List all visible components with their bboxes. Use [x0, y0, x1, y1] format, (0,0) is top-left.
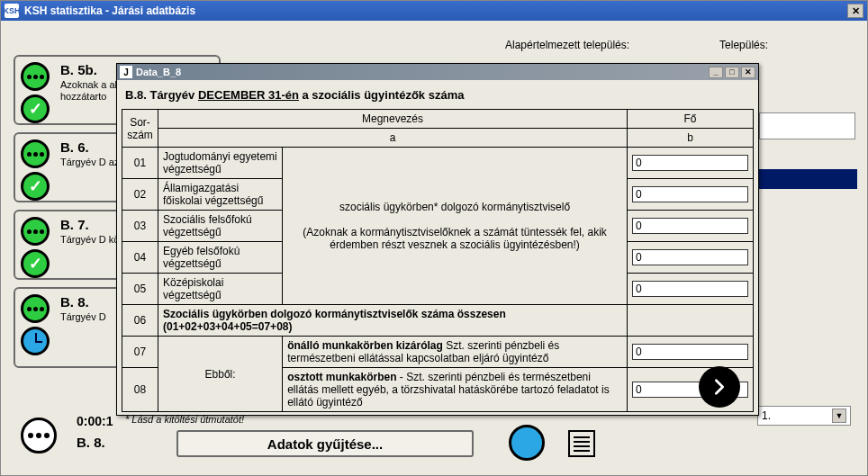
app-icon: KSH: [5, 4, 19, 18]
row-num: 03: [122, 211, 158, 242]
main-close-button[interactable]: ✕: [847, 4, 863, 18]
table-row-total: 06 Szociális ügykörben dolgozó kormányti…: [122, 305, 754, 337]
row-label-total: Szociális ügykörben dolgozó kormánytiszt…: [158, 305, 628, 337]
modal-titlebar: J Data_B_8 _ □ ✕: [117, 64, 758, 80]
row-label: Államigazgatási főiskolai végzettségű: [158, 179, 283, 211]
modal-close-button[interactable]: ✕: [741, 67, 755, 78]
status-dots-icon: [21, 139, 50, 168]
modal-heading: B.8. Tárgyév DECEMBER 31-én a szociális …: [122, 85, 754, 109]
bottom-menu-button[interactable]: [21, 418, 57, 454]
col-header-megnevezes: Megnevezés: [158, 110, 628, 129]
window-title: KSH statisztika - Járási adatbázis: [24, 4, 195, 17]
current-section-code: B. 8.: [77, 435, 105, 450]
row-num: 02: [122, 179, 158, 211]
modal-title: Data_B_8: [136, 67, 181, 77]
row-num: 06: [122, 305, 158, 337]
side-note-cell: szociális ügykörben* dolgozó kormánytisz…: [283, 148, 628, 305]
data-table: Sor- szám Megnevezés Fő a b 01 Jogtudomá…: [122, 109, 754, 412]
status-check-icon: ✓: [21, 172, 50, 201]
chevron-right-icon: [710, 377, 729, 397]
value-input-07[interactable]: [632, 344, 748, 360]
value-input-04[interactable]: [632, 249, 748, 265]
status-check-icon: ✓: [21, 249, 50, 278]
col-header-sorszam: Sor- szám: [122, 110, 158, 148]
status-dots-icon: [21, 62, 50, 91]
status-dots-icon: [21, 217, 50, 246]
row-num: 07: [122, 337, 158, 368]
row-label: Szociális felsőfokú végzettségű: [158, 211, 283, 242]
row-num: 08: [122, 368, 158, 412]
col-header-fo: Fő: [628, 110, 754, 129]
next-button[interactable]: [699, 366, 740, 408]
subheader-a: a: [158, 129, 628, 148]
status-clock-icon: [21, 327, 50, 355]
modal-maximize-button[interactable]: □: [725, 67, 739, 78]
modal-body: B.8. Tárgyév DECEMBER 31-én a szociális …: [117, 80, 758, 431]
top-labels: Alapértelmezett település: Település:: [505, 39, 865, 51]
table-row: 01 Jogtudományi egyetemi végzettségű szo…: [122, 148, 754, 179]
subheader-b: b: [628, 129, 754, 148]
row-label: Egyéb felsőfokú végzettségű: [158, 242, 283, 274]
row-num: 05: [122, 274, 158, 305]
status-check-icon: ✓: [21, 94, 50, 123]
footnote: * Lásd a kitöltési útmutatót!: [122, 412, 754, 427]
row-num: 01: [122, 148, 158, 179]
label-default-settlement: Alapértelmezett település:: [505, 39, 629, 51]
label-settlement: Település:: [719, 39, 768, 51]
chevron-down-icon: ▼: [832, 409, 846, 423]
page-dropdown[interactable]: 1. ▼: [757, 406, 851, 426]
value-input-03[interactable]: [632, 218, 748, 234]
total-cell: [628, 305, 754, 337]
main-window: KSH KSH statisztika - Járási adatbázis ✕…: [0, 0, 868, 476]
row-label: Középiskolai végzettségű: [158, 274, 283, 305]
row-num: 04: [122, 242, 158, 274]
content-area: Alapértelmezett település: Település: ✓ …: [1, 21, 867, 475]
list-icon-button[interactable]: [568, 430, 595, 457]
status-dots-icon: [21, 294, 50, 323]
row-label: osztott munkakörben - Szt. szerinti pénz…: [283, 368, 628, 412]
gather-data-button[interactable]: Adatok gyűjtése...: [176, 430, 474, 457]
timer: 0:00:1: [77, 414, 113, 428]
dropdown-value: 1.: [762, 409, 771, 422]
value-input-05[interactable]: [632, 281, 748, 297]
modal-minimize-button[interactable]: _: [709, 67, 723, 78]
table-row: 07 Ebből: önálló munkakörben kizárólag S…: [122, 337, 754, 368]
settlement-field[interactable]: [759, 112, 855, 139]
ebbol-cell: Ebből:: [158, 337, 283, 412]
row-label: önálló munkakörben kizárólag Szt. szerin…: [283, 337, 628, 368]
modal-data-b8: J Data_B_8 _ □ ✕ B.8. Tárgyév DECEMBER 3…: [116, 63, 759, 416]
value-input-01[interactable]: [632, 155, 748, 171]
modal-icon: J: [120, 66, 132, 78]
row-label: Jogtudományi egyetemi végzettségű: [158, 148, 283, 179]
progress-bar-segment: [754, 169, 857, 189]
main-titlebar: KSH KSH statisztika - Járási adatbázis ✕: [1, 1, 867, 21]
value-input-02[interactable]: [632, 186, 748, 202]
